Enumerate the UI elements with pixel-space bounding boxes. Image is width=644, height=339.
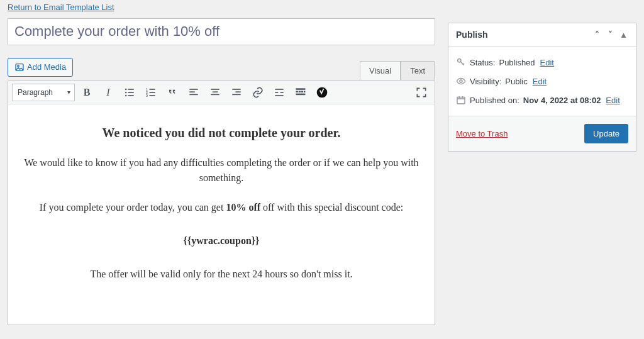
add-media-button[interactable]: Add Media (8, 58, 73, 77)
update-button[interactable]: Update (584, 124, 628, 143)
readmore-button[interactable] (270, 84, 289, 101)
svg-point-4 (125, 91, 127, 93)
svg-rect-25 (280, 92, 284, 93)
svg-point-6 (125, 94, 127, 96)
format-dropdown[interactable]: Paragraph (12, 84, 75, 101)
tab-text[interactable]: Text (401, 61, 435, 80)
media-icon (14, 62, 25, 72)
bold-button[interactable]: B (77, 84, 96, 101)
email-p2: If you complete your order today, you ca… (14, 200, 428, 216)
add-media-label: Add Media (27, 62, 66, 72)
svg-rect-7 (128, 95, 134, 96)
edit-published-link[interactable]: Edit (606, 96, 619, 105)
key-icon (456, 57, 466, 67)
svg-point-35 (460, 80, 462, 82)
email-heading: We noticed you did not complete your ord… (14, 126, 428, 140)
svg-point-0 (18, 65, 19, 67)
number-list-button[interactable]: 123 (142, 84, 160, 101)
svg-point-2 (125, 88, 127, 90)
yoast-button[interactable] (313, 84, 331, 101)
email-p1: We would like to know if you had any dif… (14, 155, 428, 187)
tab-visual[interactable]: Visual (360, 61, 401, 80)
edit-status-link[interactable]: Edit (540, 58, 554, 67)
status-label: Status: (470, 58, 495, 67)
svg-rect-30 (301, 91, 303, 92)
svg-text:3: 3 (146, 93, 148, 97)
link-button[interactable] (248, 84, 267, 101)
bullet-list-button[interactable] (120, 84, 139, 101)
svg-rect-26 (275, 95, 283, 96)
svg-rect-21 (235, 91, 240, 92)
align-right-button[interactable] (227, 84, 246, 101)
svg-rect-3 (128, 89, 134, 90)
svg-rect-18 (213, 91, 218, 92)
svg-rect-23 (275, 89, 283, 90)
svg-rect-29 (299, 91, 301, 92)
svg-rect-11 (150, 92, 155, 93)
email-p3: The offer will be valid only for the nex… (14, 267, 428, 282)
move-to-trash-link[interactable]: Move to Trash (456, 129, 508, 138)
svg-rect-28 (296, 91, 298, 92)
coupon-placeholder: {{ywrac.coupon}} (14, 233, 428, 249)
svg-rect-13 (150, 95, 155, 96)
svg-rect-14 (189, 89, 197, 90)
title-input[interactable] (8, 18, 435, 45)
svg-rect-19 (211, 94, 219, 95)
published-label: Published on: (470, 96, 519, 105)
svg-rect-27 (296, 88, 306, 90)
return-link[interactable]: Return to Email Template List (8, 3, 114, 12)
publish-box: Publish ˄ ˅ ▴ Status: Published Edit Vis… (448, 23, 636, 152)
svg-rect-5 (128, 92, 134, 93)
svg-point-34 (458, 59, 461, 62)
status-value: Published (499, 58, 535, 67)
editor-toolbar: Paragraph B I 123 (8, 81, 435, 104)
calendar-icon (456, 95, 466, 105)
svg-rect-16 (189, 94, 197, 95)
svg-rect-32 (296, 93, 306, 95)
editor: Visual Text Paragraph B I 123 (8, 81, 435, 325)
toolbar-toggle-button[interactable] (291, 84, 310, 101)
fullscreen-button[interactable] (412, 84, 431, 101)
svg-rect-22 (232, 94, 240, 95)
move-up-icon[interactable]: ˄ (592, 28, 602, 41)
publish-title: Publish (456, 30, 488, 40)
eye-icon (456, 76, 466, 86)
svg-rect-31 (304, 91, 306, 92)
svg-rect-24 (275, 92, 278, 93)
blockquote-button[interactable] (163, 84, 182, 101)
svg-rect-15 (189, 91, 194, 92)
align-left-button[interactable] (184, 84, 203, 101)
svg-rect-36 (457, 97, 465, 104)
svg-rect-17 (211, 89, 219, 90)
editor-content[interactable]: We noticed you did not complete your ord… (8, 104, 435, 325)
visibility-value: Public (505, 77, 527, 86)
italic-button[interactable]: I (99, 84, 118, 101)
move-down-icon[interactable]: ˅ (606, 28, 615, 41)
svg-rect-20 (232, 89, 240, 90)
align-center-button[interactable] (206, 84, 225, 101)
svg-rect-9 (150, 89, 155, 90)
published-value: Nov 4, 2022 at 08:02 (523, 96, 601, 105)
visibility-label: Visibility: (470, 77, 501, 86)
edit-visibility-link[interactable]: Edit (533, 77, 547, 86)
toggle-panel-icon[interactable]: ▴ (619, 28, 628, 41)
